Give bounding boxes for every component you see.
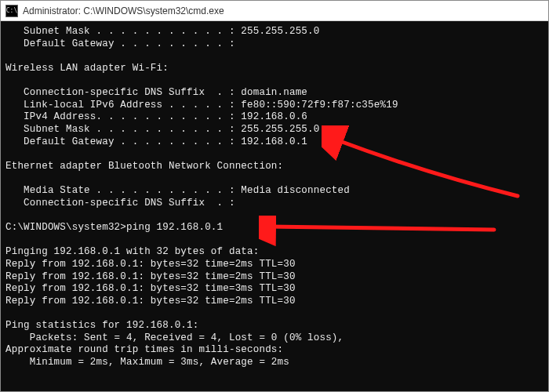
terminal-line: Approximate round trip times in milli-se… <box>5 344 548 357</box>
cmd-icon: C:\ <box>5 5 18 17</box>
terminal-line: Minimum = 2ms, Maximum = 3ms, Average = … <box>5 357 548 369</box>
terminal-line: Packets: Sent = 4, Received = 4, Lost = … <box>5 332 548 345</box>
terminal-line: Connection-specific DNS Suffix . : domai… <box>5 87 548 100</box>
cmd-window: C:\ Administrator: C:\WINDOWS\system32\c… <box>0 0 549 392</box>
terminal-line <box>5 234 548 247</box>
terminal-line: Reply from 192.168.0.1: bytes=32 time=3m… <box>5 283 548 296</box>
terminal-line: Default Gateway . . . . . . . . . : 192.… <box>5 136 548 149</box>
terminal-line: Default Gateway . . . . . . . . . : <box>5 38 548 51</box>
terminal-line <box>5 148 548 161</box>
terminal-line: Reply from 192.168.0.1: bytes=32 time=2m… <box>5 259 548 271</box>
terminal-line: Connection-specific DNS Suffix . : <box>5 198 548 210</box>
terminal-line: Wireless LAN adapter Wi-Fi: <box>5 63 548 75</box>
titlebar[interactable]: C:\ Administrator: C:\WINDOWS\system32\c… <box>1 1 548 21</box>
terminal-line <box>5 209 548 222</box>
terminal-line: Media State . . . . . . . . . . . : Medi… <box>5 185 548 198</box>
terminal-line: Subnet Mask . . . . . . . . . . . : 255.… <box>5 26 548 38</box>
terminal-line: C:\WINDOWS\system32>ping 192.168.0.1 <box>5 222 548 234</box>
terminal-line <box>5 173 548 186</box>
terminal-line <box>5 75 548 88</box>
window-title: Administrator: C:\WINDOWS\system32\cmd.e… <box>23 5 224 16</box>
terminal-line: Subnet Mask . . . . . . . . . . . : 255.… <box>5 124 548 136</box>
terminal-line: Link-local IPv6 Address . . . . . : fe80… <box>5 100 548 112</box>
terminal-line: Ping statistics for 192.168.0.1: <box>5 320 548 332</box>
terminal-line: Pinging 192.168.0.1 with 32 bytes of dat… <box>5 246 548 259</box>
terminal-line: Reply from 192.168.0.1: bytes=32 time=2m… <box>5 271 548 284</box>
terminal-line: Ethernet adapter Bluetooth Network Conne… <box>5 161 548 173</box>
terminal-line <box>5 50 548 63</box>
terminal-line: IPv4 Address. . . . . . . . . . . : 192.… <box>5 111 548 124</box>
terminal-line <box>5 369 548 382</box>
terminal-line <box>5 307 548 320</box>
terminal-line: Reply from 192.168.0.1: bytes=32 time=2m… <box>5 296 548 308</box>
terminal-output[interactable]: Subnet Mask . . . . . . . . . . . : 255.… <box>1 21 548 391</box>
